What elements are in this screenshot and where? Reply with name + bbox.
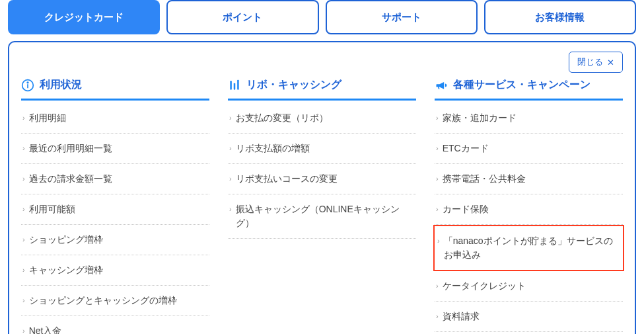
chevron-right-icon: › (436, 204, 439, 215)
chevron-right-icon: › (436, 173, 439, 185)
chevron-right-icon: › (22, 143, 25, 154)
svg-rect-4 (234, 83, 236, 89)
menu-item[interactable]: ›お支払の変更（リボ） (228, 103, 416, 134)
menu-item[interactable]: ›ショッピングとキャッシングの増枠 (21, 286, 209, 316)
menu-item-label: 最近の利用明細一覧 (29, 142, 207, 155)
tab-label: お客様情報 (535, 11, 585, 24)
menu-item-label: 利用可能額 (29, 202, 207, 216)
chevron-right-icon: › (229, 204, 232, 215)
column-title: 各種サービス・キャンペーン (453, 78, 590, 92)
column-1: リボ・キャッシング›お支払の変更（リボ）›リボ支払額の増額›リボ支払いコースの変… (228, 78, 416, 334)
column-0: 利用状況›利用明細›最近の利用明細一覧›過去の請求金額一覧›利用可能額›ショッピ… (21, 78, 209, 334)
tab-1[interactable]: ポイント (166, 0, 318, 34)
menu-item-label: 家族・追加カード (443, 111, 620, 125)
menu-item[interactable]: ›Net入金 (21, 316, 209, 334)
dropdown-panel: 閉じる ✕ 利用状況›利用明細›最近の利用明細一覧›過去の請求金額一覧›利用可能… (8, 41, 636, 334)
chevron-right-icon: › (436, 112, 439, 124)
menu-item[interactable]: ›リボ支払額の増額 (228, 134, 416, 164)
menu-item-label: 過去の請求金額一覧 (29, 172, 207, 186)
tab-label: クレジットカード (44, 11, 124, 24)
menu-item[interactable]: ›利用可能額 (21, 194, 209, 225)
info-icon (21, 79, 34, 92)
menu-item-label: お支払の変更（リボ） (236, 111, 413, 125)
menu-item[interactable]: ›利用明細 (21, 103, 209, 134)
column-title: 利用状況 (40, 78, 82, 92)
menu-item-label: リボ支払いコースの変更 (236, 172, 413, 186)
close-label: 閉じる (577, 56, 603, 68)
column-2: 各種サービス・キャンペーン›家族・追加カード›ETCカード›携帯電話・公共料金›… (435, 78, 623, 334)
menu-item-label: カード保険 (443, 202, 620, 216)
nav-tabs: クレジットカードポイントサポートお客様情報 (8, 0, 636, 34)
chevron-right-icon: › (229, 143, 232, 154)
megaphone-icon (435, 79, 448, 92)
chevron-right-icon: › (22, 295, 25, 306)
menu-item-label: キャッシング増枠 (29, 263, 207, 277)
close-row: 閉じる ✕ (21, 52, 623, 73)
menu-item-label: 携帯電話・公共料金 (443, 172, 620, 186)
column-header: 利用状況 (21, 78, 209, 101)
close-button[interactable]: 閉じる ✕ (569, 52, 623, 73)
menu-item-label: 「nanacoポイントが貯まる」サービスのお申込み (444, 234, 619, 262)
menu-item[interactable]: ›資料請求 (435, 302, 623, 332)
tab-label: サポート (382, 11, 421, 24)
tab-2[interactable]: サポート (326, 0, 478, 34)
sliders-icon (228, 79, 241, 92)
menu-item-label: ケータイクレジット (443, 279, 620, 293)
svg-rect-3 (230, 81, 232, 89)
menu-item[interactable]: ›ショッピング増枠 (21, 225, 209, 255)
close-icon: ✕ (607, 58, 614, 67)
menu-item[interactable]: ›リボ支払いコースの変更 (228, 164, 416, 194)
column-header: リボ・キャッシング (228, 78, 416, 101)
column-title: リボ・キャッシング (246, 78, 341, 92)
chevron-right-icon: › (22, 173, 25, 185)
chevron-right-icon: › (229, 173, 232, 185)
menu-item-label: ETCカード (443, 142, 620, 155)
menu-item[interactable]: ›「nanacoポイントが貯まる」サービスのお申込み (433, 225, 624, 271)
menu-item[interactable]: ›ETCカード (435, 134, 623, 164)
menu-item[interactable]: ›振込キャッシング（ONLINEキャッシング） (228, 194, 416, 239)
menu-item-label: 振込キャッシング（ONLINEキャッシング） (236, 202, 413, 230)
menu-item-label: 資料請求 (443, 310, 620, 323)
columns: 利用状況›利用明細›最近の利用明細一覧›過去の請求金額一覧›利用可能額›ショッピ… (21, 78, 623, 334)
menu-item-label: 利用明細 (29, 111, 207, 125)
svg-rect-5 (237, 79, 239, 89)
menu-item[interactable]: ›ケータイクレジット (435, 271, 623, 302)
menu-item-label: リボ支払額の増額 (236, 142, 413, 155)
chevron-right-icon: › (437, 235, 440, 247)
menu-item[interactable]: ›過去の請求金額一覧 (21, 164, 209, 194)
chevron-right-icon: › (436, 280, 439, 292)
menu-item-label: Net入金 (29, 324, 207, 334)
svg-point-2 (27, 82, 28, 83)
menu-item[interactable]: ›カード保険 (435, 194, 623, 225)
chevron-right-icon: › (436, 311, 439, 322)
menu-item[interactable]: ›最近の利用明細一覧 (21, 134, 209, 164)
menu-item-label: ショッピング増枠 (29, 233, 207, 247)
chevron-right-icon: › (436, 143, 439, 154)
tab-0[interactable]: クレジットカード (8, 0, 160, 34)
chevron-right-icon: › (22, 325, 25, 334)
menu-item[interactable]: ›キャッシング増枠 (21, 255, 209, 286)
chevron-right-icon: › (22, 234, 25, 245)
tab-3[interactable]: お客様情報 (484, 0, 636, 34)
menu-item[interactable]: ›携帯電話・公共料金 (435, 164, 623, 194)
menu-item[interactable]: ›家族・追加カード (435, 103, 623, 134)
chevron-right-icon: › (22, 112, 25, 124)
menu-item-label: ショッピングとキャッシングの増枠 (29, 294, 207, 308)
chevron-right-icon: › (229, 112, 232, 124)
tab-label: ポイント (223, 11, 262, 24)
chevron-right-icon: › (22, 265, 25, 276)
chevron-right-icon: › (22, 204, 25, 215)
column-header: 各種サービス・キャンペーン (435, 78, 623, 101)
